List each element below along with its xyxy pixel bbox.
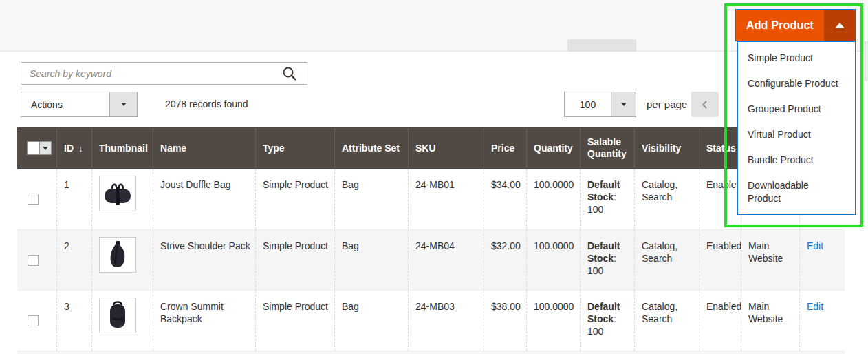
- cell-thumbnail: [91, 291, 153, 351]
- cell-salable-quantity: Default Stock: 100: [580, 230, 634, 290]
- menu-item-bundle-product[interactable]: Bundle Product: [738, 147, 855, 173]
- product-thumbnail-backpack: [99, 298, 136, 333]
- edit-link[interactable]: Edit: [807, 240, 823, 251]
- caret-down-icon: [621, 103, 627, 106]
- table-row: 1 Joust Duffle Bag Simple Product Bag 24…: [17, 169, 845, 229]
- select-all-header[interactable]: [17, 127, 56, 169]
- add-product-button[interactable]: Add Product: [735, 9, 856, 41]
- select-all-checkbox[interactable]: [27, 141, 52, 155]
- cell-quantity: 100.0000: [526, 169, 580, 229]
- per-page-toggle[interactable]: [611, 92, 636, 116]
- cell-type: Simple Product: [255, 169, 334, 229]
- cell-sku: 24-MB04: [408, 230, 484, 290]
- column-header-status[interactable]: Status: [699, 127, 741, 169]
- actions-select-toggle[interactable]: [109, 92, 137, 116]
- cell-status: Enabled: [699, 169, 741, 229]
- cell-type: Simple Product: [255, 291, 334, 351]
- menu-item-simple-product[interactable]: Simple Product: [738, 45, 855, 71]
- products-page: Products Actions 2078 records found 100 …: [0, 0, 868, 354]
- add-product-toggle[interactable]: [824, 10, 855, 41]
- cell-quantity: 100.0000: [526, 291, 580, 351]
- column-header-name[interactable]: Name: [153, 127, 255, 169]
- sort-descending-icon: ↓: [78, 143, 83, 154]
- cell-attribute-set: Bag: [334, 169, 408, 229]
- column-header-type[interactable]: Type: [255, 127, 334, 169]
- select-all-toggle[interactable]: [39, 142, 51, 154]
- grid-header-row: ID ↓ Thumbnail Name Type Attribute Set S…: [17, 127, 845, 169]
- cell-price: $34.00: [484, 169, 526, 229]
- row-checkbox[interactable]: [28, 255, 39, 266]
- cell-id: 3: [56, 291, 91, 351]
- caret-down-icon: [43, 147, 48, 150]
- column-header-id[interactable]: ID ↓: [56, 127, 91, 169]
- caret-up-icon: [835, 23, 845, 28]
- column-header-attribute-set[interactable]: Attribute Set: [334, 127, 408, 169]
- cell-sku: 24-MB03: [408, 291, 484, 351]
- cell-type: Simple Product: [255, 230, 334, 290]
- cell-id: 1: [56, 169, 91, 229]
- records-found-text: 2078 records found: [165, 98, 248, 110]
- caret-down-icon: [121, 103, 127, 106]
- product-thumbnail-shoulder-pack: [99, 237, 136, 273]
- cell-name: Joust Duffle Bag: [153, 169, 255, 229]
- cell-attribute-set: Bag: [334, 291, 408, 351]
- product-thumbnail-duffle-bag: [99, 176, 136, 211]
- search-icon[interactable]: [282, 66, 297, 81]
- per-page-select[interactable]: 100: [564, 92, 636, 117]
- cell-thumbnail: [91, 230, 153, 290]
- menu-item-grouped-product[interactable]: Grouped Product: [738, 96, 855, 122]
- partial-control-block: [567, 39, 636, 52]
- column-header-thumbnail[interactable]: Thumbnail: [91, 127, 153, 169]
- edit-link[interactable]: Edit: [807, 301, 823, 312]
- column-header-quantity[interactable]: Quantity: [526, 127, 580, 169]
- next-row-partial: [17, 351, 845, 354]
- search-input[interactable]: [21, 63, 307, 84]
- cell-websites: Main Website: [741, 230, 799, 290]
- edge-partial-element: [865, 41, 868, 81]
- cell-visibility: Catalog, Search: [634, 291, 699, 351]
- column-header-visibility[interactable]: Visibility: [634, 127, 699, 169]
- table-row: 2 Strive Shoulder Pack Simple Product Ba…: [17, 229, 845, 290]
- cell-price: $38.00: [484, 291, 526, 351]
- cell-name: Strive Shoulder Pack: [153, 230, 255, 290]
- column-header-price[interactable]: Price: [484, 127, 526, 169]
- table-row: 3 Crown Summit Backpack Simple Product B…: [17, 290, 845, 351]
- row-checkbox[interactable]: [28, 315, 39, 326]
- menu-item-downloadable-product[interactable]: Downloadable Product: [738, 173, 855, 211]
- add-product-label[interactable]: Add Product: [736, 10, 824, 41]
- per-page-value: 100: [565, 92, 611, 116]
- products-grid: ID ↓ Thumbnail Name Type Attribute Set S…: [17, 127, 845, 354]
- cell-attribute-set: Bag: [334, 230, 408, 290]
- menu-item-configurable-product[interactable]: Configurable Product: [738, 71, 855, 96]
- actions-select[interactable]: Actions: [21, 92, 138, 117]
- cell-status: Enabled: [699, 230, 741, 290]
- cell-name: Crown Summit Backpack: [153, 291, 255, 351]
- actions-select-value: Actions: [21, 92, 109, 116]
- cell-thumbnail: [91, 169, 153, 229]
- cell-salable-quantity: Default Stock: 100: [580, 169, 634, 229]
- chevron-left-icon: [700, 99, 710, 110]
- column-header-sku[interactable]: SKU: [408, 127, 484, 169]
- menu-item-virtual-product[interactable]: Virtual Product: [738, 122, 855, 147]
- keyword-search: [21, 62, 307, 85]
- cell-status: Enabled: [699, 291, 741, 351]
- cell-visibility: Catalog, Search: [634, 230, 699, 290]
- previous-page-button[interactable]: [691, 92, 719, 117]
- cell-price: $32.00: [484, 230, 526, 290]
- cell-id: 2: [56, 230, 91, 290]
- cell-quantity: 100.0000: [526, 230, 580, 290]
- per-page-label: per page: [647, 98, 687, 110]
- cell-sku: 24-MB01: [408, 169, 484, 229]
- column-header-salable-quantity[interactable]: Salable Quantity: [580, 127, 634, 169]
- cell-visibility: Catalog, Search: [634, 169, 699, 229]
- cell-websites: Main Website: [741, 291, 799, 351]
- cell-salable-quantity: Default Stock: 100: [580, 291, 634, 351]
- add-product-dropdown: Simple Product Configurable Product Grou…: [737, 41, 856, 215]
- row-checkbox[interactable]: [28, 194, 39, 205]
